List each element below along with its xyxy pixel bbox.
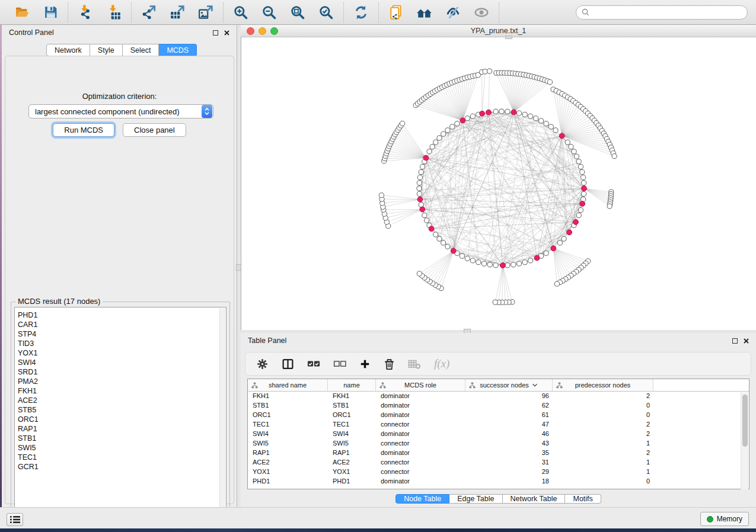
list-scrollbar[interactable] bbox=[219, 308, 225, 519]
network-canvas[interactable] bbox=[241, 37, 756, 330]
zoom-in-icon[interactable] bbox=[232, 4, 250, 21]
run-mcds-button[interactable]: Run MCDS bbox=[53, 123, 114, 137]
show-all-icon[interactable] bbox=[473, 4, 490, 21]
table-panel-titlebar: Table Panel bbox=[241, 333, 756, 348]
search-input[interactable] bbox=[593, 8, 742, 17]
delete-row-icon[interactable] bbox=[384, 358, 395, 370]
search-box[interactable] bbox=[576, 5, 748, 20]
control-panel-title: Control Panel bbox=[9, 28, 54, 37]
mcds-result-item[interactable]: SRD1 bbox=[18, 367, 226, 377]
table-cell: 1 bbox=[553, 439, 653, 448]
titlebar-splitter-handle[interactable] bbox=[505, 36, 512, 39]
mcds-result-list[interactable]: PHD1CAR1STP4TID3YOX1SWI4SRD1PMA2FKH1ACE2… bbox=[14, 307, 227, 520]
mcds-result-item[interactable]: YOX1 bbox=[18, 348, 226, 358]
tab-network-table[interactable]: Network Table bbox=[503, 494, 566, 504]
tab-style[interactable]: Style bbox=[90, 44, 123, 56]
table-cell: ACE2 bbox=[328, 458, 376, 467]
mcds-result-item[interactable]: STB1 bbox=[18, 434, 226, 443]
float-panel-button[interactable] bbox=[213, 30, 218, 36]
mcds-result-item[interactable]: RAP1 bbox=[18, 424, 226, 434]
table-cell: connector bbox=[376, 439, 465, 448]
tab-motifs[interactable]: Motifs bbox=[565, 494, 601, 504]
table-row[interactable]: TEC1TEC1connector472 bbox=[248, 420, 749, 430]
mcds-result-item[interactable]: STB5 bbox=[18, 405, 226, 415]
table-body: FKH1FKH1dominator962STB1STB1dominator620… bbox=[248, 392, 749, 486]
mcds-result-item[interactable]: PMA2 bbox=[18, 377, 226, 386]
table-row[interactable]: ORC1ORC1dominator610 bbox=[248, 411, 749, 420]
network-window-titlebar: YPA_prune.txt_1 bbox=[241, 25, 756, 37]
table-cell: PHD1 bbox=[248, 477, 328, 486]
memory-button[interactable]: Memory bbox=[700, 512, 749, 526]
tab-network[interactable]: Network bbox=[46, 44, 90, 56]
criterion-dropdown[interactable]: largest connected component (undirected) bbox=[28, 104, 213, 118]
table-row[interactable]: ACE2ACE2connector311 bbox=[248, 458, 749, 467]
table-cell: YOX1 bbox=[248, 467, 328, 477]
mcds-result-item[interactable]: GCR1 bbox=[18, 462, 226, 472]
table-scrollbar[interactable] bbox=[741, 392, 748, 489]
toolbar-group bbox=[379, 2, 499, 23]
mcds-result-item[interactable]: SWI5 bbox=[18, 443, 226, 453]
table-row[interactable]: FKH1FKH1dominator962 bbox=[248, 392, 749, 401]
table-cell: 1 bbox=[553, 467, 653, 477]
import-table-icon[interactable] bbox=[105, 4, 123, 21]
first-neighbors-icon[interactable] bbox=[416, 4, 433, 21]
table-row[interactable]: RAP1RAP1dominator352 bbox=[248, 448, 749, 458]
export-table-icon[interactable] bbox=[168, 4, 186, 21]
table-float-button[interactable] bbox=[732, 338, 738, 344]
mcds-result-item[interactable]: ORC1 bbox=[18, 415, 226, 424]
mcds-result-item[interactable]: TEC1 bbox=[18, 453, 226, 462]
tab-mcds[interactable]: MCDS bbox=[159, 44, 197, 56]
tab-select[interactable]: Select bbox=[123, 44, 160, 56]
column-selector-icon[interactable] bbox=[282, 358, 294, 370]
zoom-selected-icon[interactable] bbox=[317, 4, 335, 21]
import-network-icon[interactable] bbox=[76, 4, 94, 21]
table-row[interactable]: PHD1PHD1dominator180 bbox=[248, 477, 749, 486]
select-all-icon[interactable] bbox=[307, 358, 320, 369]
column-header-predecessor-nodes[interactable]: predecessor nodes bbox=[553, 379, 653, 391]
clone-network-icon[interactable] bbox=[387, 4, 405, 21]
column-header-MCDS-role[interactable]: MCDS role bbox=[376, 379, 465, 391]
table-cell: 2 bbox=[553, 448, 653, 458]
mcds-result-item[interactable]: SWI4 bbox=[18, 358, 226, 367]
table-tabs: Node TableEdge TableNetwork TableMotifs bbox=[241, 494, 756, 504]
close-panel-button[interactable] bbox=[224, 30, 229, 36]
tab-edge-table[interactable]: Edge Table bbox=[449, 494, 502, 504]
table-row[interactable]: STB1STB1dominator620 bbox=[248, 401, 749, 411]
column-header-name[interactable]: name bbox=[328, 379, 376, 391]
save-icon[interactable] bbox=[42, 4, 59, 21]
table-cell: 2 bbox=[553, 430, 653, 439]
mcds-result-item[interactable]: STP4 bbox=[18, 329, 226, 339]
close-panel-button-mcds[interactable]: Close panel bbox=[123, 123, 186, 137]
export-image-icon[interactable] bbox=[197, 4, 215, 21]
add-row-icon[interactable] bbox=[359, 358, 371, 370]
table-cell: PHD1 bbox=[328, 477, 376, 486]
mcds-result-item[interactable]: FKH1 bbox=[18, 386, 226, 396]
mcds-result-item[interactable]: CAR1 bbox=[18, 320, 226, 329]
mcds-result-item[interactable]: TID3 bbox=[18, 339, 226, 348]
toolbar-group bbox=[5, 2, 68, 23]
table-scrollbar-thumb[interactable] bbox=[742, 395, 748, 447]
settings-gear-icon[interactable] bbox=[256, 358, 269, 370]
export-network-icon[interactable] bbox=[140, 4, 158, 21]
mcds-result-item[interactable]: ACE2 bbox=[18, 396, 226, 405]
column-header-shared-name[interactable]: shared name bbox=[248, 379, 328, 391]
table-cell: 96 bbox=[465, 392, 553, 401]
table-row[interactable]: YOX1YOX1connector291 bbox=[248, 467, 749, 477]
table-cell: FKH1 bbox=[248, 392, 328, 401]
zoom-out-icon[interactable] bbox=[260, 4, 278, 21]
zoom-fit-icon[interactable] bbox=[289, 4, 307, 21]
table-row[interactable]: SWI5SWI5connector431 bbox=[248, 439, 749, 448]
show-panels-button[interactable] bbox=[7, 513, 23, 526]
memory-label: Memory bbox=[717, 515, 742, 523]
table-row[interactable]: SWI4SWI4dominator462 bbox=[248, 430, 749, 439]
table-cell: SWI5 bbox=[248, 439, 328, 448]
toolbar-group bbox=[68, 2, 132, 23]
open-icon[interactable] bbox=[13, 4, 31, 21]
tab-node-table[interactable]: Node Table bbox=[395, 494, 449, 504]
column-header-successor-nodes[interactable]: successor nodes bbox=[465, 379, 553, 391]
refresh-icon[interactable] bbox=[352, 4, 370, 21]
table-close-button[interactable] bbox=[744, 338, 749, 344]
deselect-all-icon[interactable] bbox=[333, 358, 346, 369]
mcds-result-item[interactable]: PHD1 bbox=[18, 310, 226, 320]
hide-selected-icon[interactable] bbox=[444, 4, 462, 21]
